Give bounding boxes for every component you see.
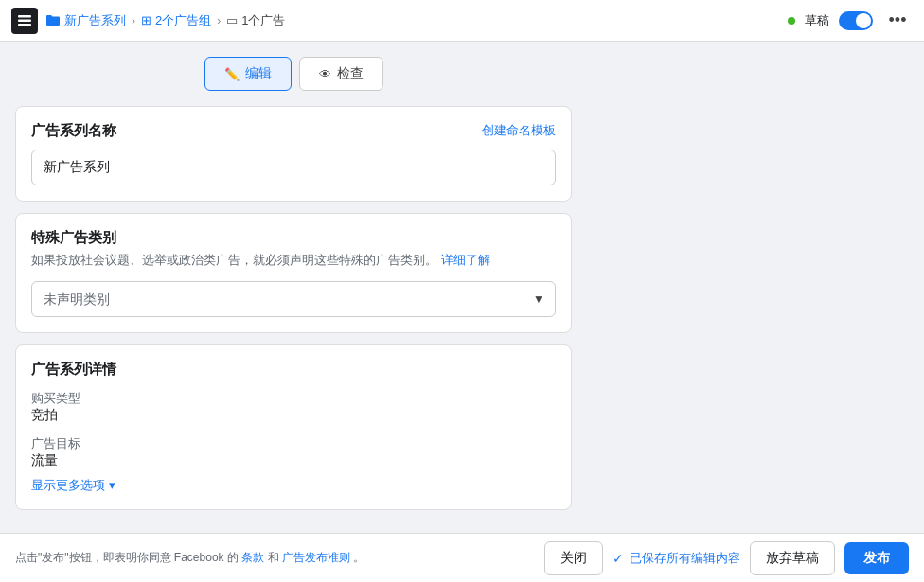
grid-icon: ⊞ <box>141 13 151 27</box>
svg-rect-2 <box>18 24 31 26</box>
detail-objective-value: 流量 <box>31 452 556 469</box>
tab-review[interactable]: 👁 检查 <box>299 57 383 91</box>
footer-note: 点击"发布"按钮，即表明你同意 Facebook 的 条款 和 广告发布准则 。 <box>15 550 544 566</box>
breadcrumb: 新广告系列 › ⊞ 2个广告组 › ▭ 1个广告 <box>45 12 780 29</box>
details-title: 广告系列详情 <box>31 361 556 379</box>
footer-and: 和 <box>268 551 279 564</box>
saved-label: 已保存所有编辑内容 <box>630 550 740 567</box>
chevron-down-small-icon: ▾ <box>109 478 116 492</box>
nav-right: 草稿 ••• <box>788 6 913 36</box>
breadcrumb-separator-1: › <box>132 14 135 27</box>
breadcrumb-adgroups[interactable]: ⊞ 2个广告组 <box>141 12 211 29</box>
top-navigation: 新广告系列 › ⊞ 2个广告组 › ▭ 1个广告 草稿 ••• <box>0 0 924 42</box>
show-more-label: 显示更多选项 <box>31 477 105 494</box>
tab-edit-label: 编辑 <box>245 65 272 82</box>
breadcrumb-campaign[interactable]: 新广告系列 <box>45 12 126 29</box>
content-panel: ✏️ 编辑 👁 检查 广告系列名称 创建命名模板 特殊广告类别 如果投放社会议题… <box>0 42 587 533</box>
svg-rect-0 <box>18 15 31 18</box>
tab-review-label: 检查 <box>337 65 364 82</box>
footer-suffix: 。 <box>353 551 364 564</box>
special-ad-desc-text: 如果投放社会议题、选举或政治类广告，就必须声明这些特殊的广告类别。 <box>31 253 437 267</box>
campaign-name-header: 广告系列名称 创建命名模板 <box>31 122 556 140</box>
detail-purchase-type-row: 购买类型 竞拍 <box>31 390 556 424</box>
special-ad-card: 特殊广告类别 如果投放社会议题、选举或政治类广告，就必须声明这些特殊的广告类别。… <box>15 213 572 333</box>
publish-button[interactable]: 发布 <box>844 542 909 574</box>
special-ad-title: 特殊广告类别 <box>31 229 556 247</box>
create-template-link[interactable]: 创建命名模板 <box>482 122 556 139</box>
special-ad-select-wrapper: 未声明类别 社会议题、选举或政治类 住房 就业 信贷 ▼ <box>31 281 556 317</box>
detail-purchase-type-value: 竞拍 <box>31 407 556 424</box>
ad-icon: ▭ <box>226 13 238 27</box>
status-label: 草稿 <box>805 12 829 29</box>
review-icon: 👁 <box>319 67 331 81</box>
check-icon: ✓ <box>613 551 624 566</box>
bottom-bar: 点击"发布"按钮，即表明你同意 Facebook 的 条款 和 广告发布准则 。… <box>0 533 924 582</box>
main-area: ✏️ 编辑 👁 检查 广告系列名称 创建命名模板 特殊广告类别 如果投放社会议题… <box>0 42 924 533</box>
discard-button[interactable]: 放弃草稿 <box>750 541 835 575</box>
ad-policy-link[interactable]: 广告发布准则 <box>282 551 350 564</box>
footer-right: 关闭 ✓ 已保存所有编辑内容 放弃草稿 发布 <box>544 541 909 575</box>
status-dot-icon <box>788 17 795 25</box>
svg-rect-1 <box>18 19 31 22</box>
details-card: 广告系列详情 购买类型 竞拍 广告目标 流量 显示更多选项 ▾ <box>15 344 572 510</box>
breadcrumb-ad[interactable]: ▭ 1个广告 <box>226 12 285 29</box>
detail-purchase-type-label: 购买类型 <box>31 390 556 407</box>
tab-row: ✏️ 编辑 👁 检查 <box>15 57 572 91</box>
saved-indicator: ✓ 已保存所有编辑内容 <box>613 550 740 567</box>
more-options-button[interactable]: ••• <box>882 6 913 36</box>
detail-objective-row: 广告目标 流量 <box>31 435 556 469</box>
show-more-options-link[interactable]: 显示更多选项 ▾ <box>31 477 556 494</box>
more-dots-icon: ••• <box>889 10 907 30</box>
breadcrumb-separator-2: › <box>217 14 221 27</box>
campaign-name-input[interactable] <box>31 150 556 185</box>
campaign-name-card: 广告系列名称 创建命名模板 <box>15 106 572 202</box>
special-ad-select[interactable]: 未声明类别 社会议题、选举或政治类 住房 就业 信贷 <box>31 281 556 317</box>
tab-edit[interactable]: ✏️ 编辑 <box>204 57 292 91</box>
close-button[interactable]: 关闭 <box>544 541 603 575</box>
breadcrumb-ad-label: 1个广告 <box>241 12 285 29</box>
edit-icon: ✏️ <box>224 67 240 81</box>
detail-objective-label: 广告目标 <box>31 435 556 452</box>
sidebar-toggle-button[interactable] <box>11 8 38 34</box>
breadcrumb-campaign-label: 新广告系列 <box>64 12 126 29</box>
breadcrumb-adgroups-label: 2个广告组 <box>155 12 211 29</box>
status-toggle[interactable] <box>839 11 873 30</box>
terms-link[interactable]: 条款 <box>241 551 264 564</box>
right-panel <box>587 42 924 533</box>
campaign-name-title: 广告系列名称 <box>31 122 116 140</box>
footer-note-prefix: 点击"发布"按钮，即表明你同意 Facebook 的 <box>15 551 239 564</box>
special-ad-description: 如果投放社会议题、选举或政治类广告，就必须声明这些特殊的广告类别。 详细了解 <box>31 251 556 270</box>
learn-more-link[interactable]: 详细了解 <box>441 253 490 267</box>
